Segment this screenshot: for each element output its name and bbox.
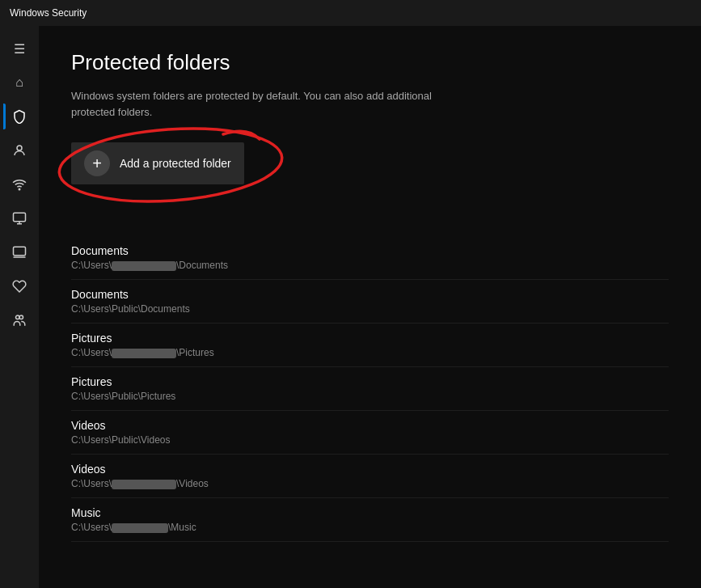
folder-list: Documents C:\Users\\Documents Documents … <box>71 236 669 542</box>
redacted-username <box>112 261 176 271</box>
folder-name: Videos <box>71 419 669 432</box>
folder-path: C:\Users\Public\Pictures <box>71 391 669 402</box>
page-title: Protected folders <box>71 50 669 75</box>
title-bar: Windows Security <box>0 0 701 26</box>
folder-path: C:\Users\\Videos <box>71 478 669 489</box>
folder-path: C:\Users\\Music <box>71 522 669 533</box>
content-area: Protected folders Windows system folders… <box>39 26 701 588</box>
folder-name: Videos <box>71 463 669 476</box>
sidebar-icon-wifi[interactable] <box>3 168 36 201</box>
redacted-username <box>112 523 168 533</box>
svg-point-8 <box>19 315 23 319</box>
sidebar: ☰ ⌂ <box>0 26 39 588</box>
folder-path: C:\Users\\Documents <box>71 260 669 271</box>
redacted-username <box>112 480 176 489</box>
main-layout: ☰ ⌂ <box>0 26 701 588</box>
folder-path: C:\Users\\Pictures <box>71 347 669 358</box>
redacted-username <box>112 349 176 358</box>
folder-name: Music <box>71 506 669 519</box>
page-description: Windows system folders are protected by … <box>71 88 443 120</box>
sidebar-icon-family[interactable] <box>3 304 36 336</box>
sidebar-icon-health[interactable] <box>3 270 36 302</box>
title-bar-text: Windows Security <box>10 7 87 19</box>
folder-item-music-user[interactable]: Music C:\Users\\Music <box>71 498 669 542</box>
folder-name: Pictures <box>71 332 669 345</box>
folder-item-pictures-public[interactable]: Pictures C:\Users\Public\Pictures <box>71 367 669 411</box>
add-icon: + <box>84 150 110 176</box>
svg-rect-5 <box>14 247 26 256</box>
folder-item-documents-public[interactable]: Documents C:\Users\Public\Documents <box>71 280 669 324</box>
sidebar-icon-shield[interactable] <box>3 100 36 133</box>
svg-point-1 <box>19 188 20 190</box>
add-folder-label: Add a protected folder <box>120 157 231 170</box>
svg-rect-2 <box>14 213 26 222</box>
sidebar-icon-person[interactable] <box>3 134 36 167</box>
sidebar-icon-hamburger[interactable]: ☰ <box>3 32 36 65</box>
svg-point-0 <box>17 146 22 150</box>
folder-item-videos-public[interactable]: Videos C:\Users\Public\Videos <box>71 411 669 455</box>
folder-name: Documents <box>71 244 669 257</box>
sidebar-icon-home[interactable]: ⌂ <box>3 66 36 99</box>
folder-item-pictures-user[interactable]: Pictures C:\Users\\Pictures <box>71 324 669 367</box>
sidebar-icon-app[interactable] <box>3 202 36 235</box>
folder-item-documents-user[interactable]: Documents C:\Users\\Documents <box>71 236 669 280</box>
folder-name: Pictures <box>71 375 669 388</box>
folder-path: C:\Users\Public\Videos <box>71 434 669 446</box>
folder-item-videos-user[interactable]: Videos C:\Users\\Videos <box>71 455 669 498</box>
add-protected-folder-button[interactable]: + Add a protected folder <box>71 142 244 184</box>
folder-path: C:\Users\Public\Documents <box>71 303 669 315</box>
sidebar-icon-device[interactable] <box>3 236 36 269</box>
folder-name: Documents <box>71 288 669 301</box>
